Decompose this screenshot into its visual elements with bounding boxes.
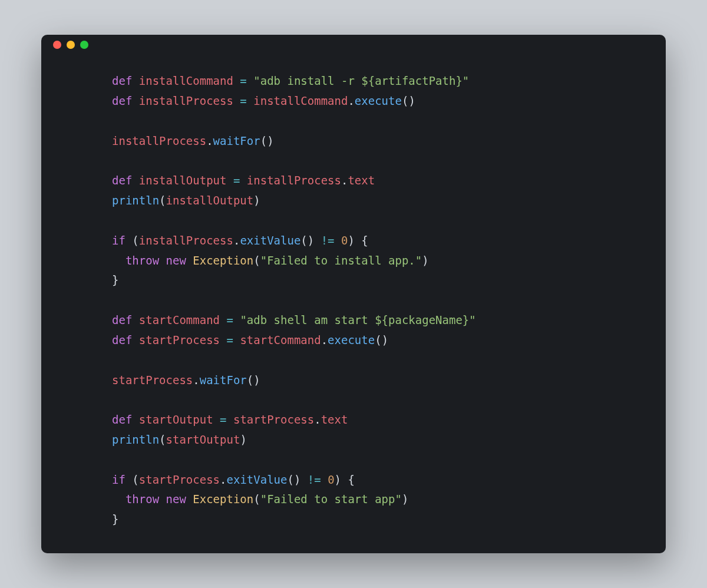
punct: . — [341, 174, 348, 187]
method-call: execute — [328, 333, 375, 346]
keyword-new: new — [166, 493, 193, 506]
punct: () — [375, 333, 388, 346]
punct: ( — [159, 194, 166, 207]
punct: . — [321, 333, 328, 346]
punct: () — [247, 374, 260, 387]
punct: () — [287, 473, 307, 486]
identifier: startCommand — [240, 333, 321, 346]
code-block: def installCommand = "adb install -r ${a… — [41, 55, 666, 553]
class-name: Exception — [193, 493, 253, 506]
identifier: startProcess — [139, 473, 220, 486]
punct: } — [112, 273, 118, 286]
punct: () — [260, 134, 274, 147]
number: 0 — [341, 234, 348, 247]
punct: ) — [253, 194, 260, 207]
keyword-def: def — [112, 313, 139, 326]
punct: ( — [132, 234, 138, 247]
method-call: waitFor — [200, 374, 247, 387]
punct: ( — [253, 254, 260, 267]
string-literal: "Failed to start app" — [260, 493, 402, 506]
punct: ) { — [348, 234, 368, 247]
method-call: println — [112, 194, 159, 207]
method-call: waitFor — [213, 134, 260, 147]
identifier: startProcess — [112, 374, 193, 387]
string-literal: "adb install -r ${artifactPath}" — [253, 74, 469, 87]
punct: ( — [253, 493, 260, 506]
identifier: installProcess — [139, 94, 240, 107]
operator: = — [240, 94, 253, 107]
identifier: installProcess — [112, 134, 206, 147]
identifier: startOutput — [139, 413, 220, 426]
keyword-def: def — [112, 74, 139, 87]
identifier: installProcess — [247, 174, 341, 187]
punct: . — [348, 94, 354, 107]
keyword-new: new — [166, 254, 193, 267]
identifier: startProcess — [139, 333, 227, 346]
operator: = — [240, 74, 253, 87]
punct: () — [300, 234, 321, 247]
method-call: exitValue — [227, 473, 288, 486]
operator: = — [233, 174, 247, 187]
identifier: text — [348, 174, 375, 187]
identifier: installOutput — [166, 194, 254, 207]
string-literal: "adb shell am start ${packageName}" — [240, 313, 475, 326]
method-call: execute — [355, 94, 402, 107]
keyword-def: def — [112, 333, 139, 346]
string-literal: "Failed to install app." — [260, 254, 422, 267]
punct: ) — [422, 254, 428, 267]
punct: ) — [240, 433, 246, 446]
punct: } — [112, 513, 118, 526]
identifier: startCommand — [139, 313, 227, 326]
punct: ) { — [335, 473, 355, 486]
keyword-if: if — [112, 234, 132, 247]
identifier: installCommand — [139, 74, 240, 87]
identifier: startOutput — [166, 433, 240, 446]
identifier: startProcess — [233, 413, 314, 426]
class-name: Exception — [193, 254, 253, 267]
punct: ( — [132, 473, 138, 486]
method-call: println — [112, 433, 159, 446]
operator: = — [226, 333, 240, 346]
punct: . — [233, 234, 240, 247]
punct: ) — [402, 493, 408, 506]
identifier: installOutput — [139, 174, 233, 187]
method-call: exitValue — [240, 234, 300, 247]
operator: != — [321, 234, 341, 247]
keyword-throw: throw — [112, 254, 166, 267]
punct: . — [206, 134, 213, 147]
code-window: def installCommand = "adb install -r ${a… — [41, 35, 666, 553]
keyword-def: def — [112, 413, 139, 426]
keyword-throw: throw — [112, 493, 166, 506]
keyword-if: if — [112, 473, 132, 486]
punct: . — [220, 473, 226, 486]
punct: ( — [159, 433, 166, 446]
minimize-icon[interactable] — [67, 41, 75, 49]
operator: = — [220, 413, 233, 426]
number: 0 — [328, 473, 334, 486]
keyword-def: def — [112, 94, 139, 107]
identifier: installProcess — [139, 234, 233, 247]
maximize-icon[interactable] — [80, 41, 88, 49]
punct: () — [402, 94, 415, 107]
operator: = — [226, 313, 240, 326]
punct: . — [193, 374, 199, 387]
close-icon[interactable] — [53, 41, 61, 49]
window-titlebar — [41, 35, 666, 55]
keyword-def: def — [112, 174, 139, 187]
identifier: text — [321, 413, 348, 426]
operator: != — [308, 473, 328, 486]
identifier: installCommand — [253, 94, 348, 107]
punct: . — [314, 413, 321, 426]
